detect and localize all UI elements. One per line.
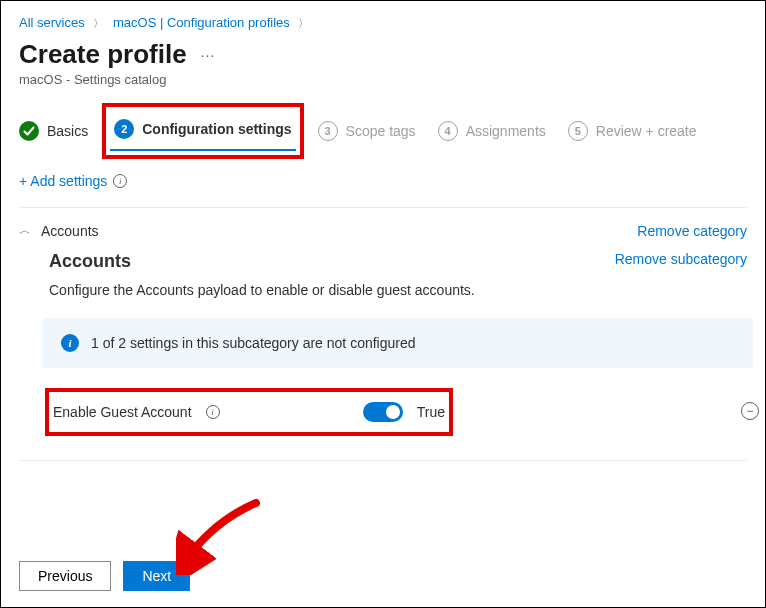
wizard-footer: Previous Next — [19, 561, 747, 591]
step-number: 4 — [438, 121, 458, 141]
step-configuration-settings[interactable]: 2 Configuration settings — [110, 111, 295, 151]
step-number: 2 — [114, 119, 134, 139]
next-button[interactable]: Next — [123, 561, 190, 591]
config-notice: i 1 of 2 settings in this subcategory ar… — [43, 318, 753, 368]
svg-point-0 — [19, 121, 39, 141]
info-icon: i — [61, 334, 79, 352]
previous-button[interactable]: Previous — [19, 561, 111, 591]
remove-subcategory-link[interactable]: Remove subcategory — [615, 251, 747, 267]
more-icon[interactable]: ··· — [201, 47, 216, 63]
remove-setting-icon[interactable]: − — [741, 402, 759, 420]
page-title: Create profile — [19, 39, 187, 70]
wizard-stepper: Basics 2 Configuration settings 3 Scope … — [19, 111, 747, 151]
step-label: Scope tags — [346, 123, 416, 139]
step-label: Basics — [47, 123, 88, 139]
step-review-create[interactable]: 5 Review + create — [568, 121, 697, 141]
check-circle-icon — [19, 121, 39, 141]
breadcrumb: All services 〉 macOS | Configuration pro… — [19, 15, 747, 31]
breadcrumb-all-services[interactable]: All services — [19, 15, 85, 30]
info-icon[interactable]: i — [113, 174, 127, 188]
chevron-right-icon: 〉 — [93, 17, 104, 29]
setting-enable-guest-account: Enable Guest Account i True − — [49, 392, 449, 432]
page-subtitle: macOS - Settings catalog — [19, 72, 747, 87]
add-settings-button[interactable]: + Add settings i — [19, 173, 747, 189]
chevron-up-icon: ︿ — [19, 222, 31, 239]
setting-label: Enable Guest Account — [53, 404, 192, 420]
remove-category-link[interactable]: Remove category — [637, 223, 747, 239]
step-basics[interactable]: Basics — [19, 121, 88, 141]
info-icon[interactable]: i — [206, 405, 220, 419]
category-name: Accounts — [41, 223, 99, 239]
category-toggle[interactable]: ︿ Accounts — [19, 222, 99, 239]
step-label: Review + create — [596, 123, 697, 139]
add-settings-label: + Add settings — [19, 173, 107, 189]
toggle-enable-guest-account[interactable] — [363, 402, 403, 422]
step-number: 5 — [568, 121, 588, 141]
toggle-value-label: True — [417, 404, 445, 420]
divider — [19, 207, 747, 208]
divider — [19, 460, 747, 461]
subcategory-title: Accounts — [49, 251, 131, 272]
chevron-right-icon: 〉 — [298, 17, 309, 29]
step-number: 3 — [318, 121, 338, 141]
step-scope-tags[interactable]: 3 Scope tags — [318, 121, 416, 141]
notice-text: 1 of 2 settings in this subcategory are … — [91, 335, 416, 351]
subcategory-description: Configure the Accounts payload to enable… — [49, 282, 747, 298]
step-assignments[interactable]: 4 Assignments — [438, 121, 546, 141]
step-label: Assignments — [466, 123, 546, 139]
step-label: Configuration settings — [142, 121, 291, 137]
breadcrumb-configuration-profiles[interactable]: macOS | Configuration profiles — [113, 15, 290, 30]
